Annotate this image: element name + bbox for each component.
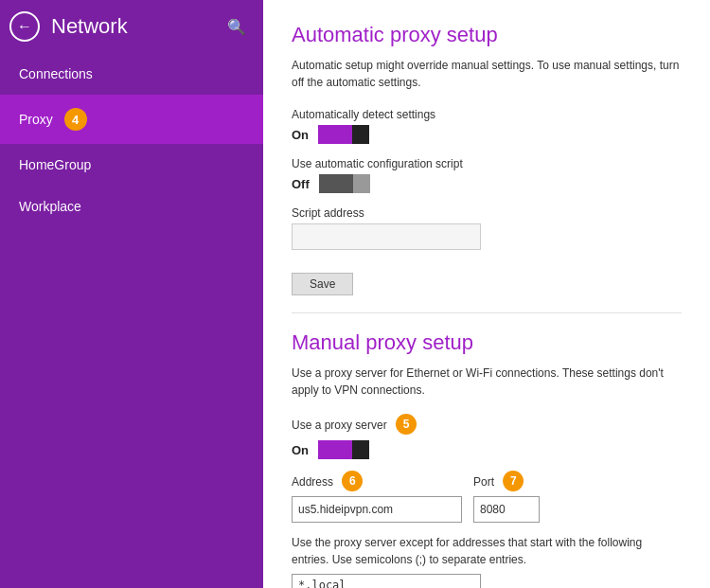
address-input[interactable] bbox=[292, 496, 462, 523]
sidebar: ← Network 🔍 Connections Proxy 4 HomeGrou… bbox=[0, 0, 263, 588]
use-proxy-row: Use a proxy server 5 On bbox=[292, 416, 682, 459]
sidebar-header: ← Network 🔍 bbox=[0, 0, 263, 53]
auto-save-button[interactable]: Save bbox=[292, 273, 353, 295]
detect-toggle-filled bbox=[318, 125, 352, 144]
script-address-row: Script address bbox=[292, 206, 682, 250]
auto-section-title: Automatic proxy setup bbox=[292, 23, 682, 47]
section-divider bbox=[292, 312, 682, 313]
detect-toggle-row: On bbox=[292, 125, 682, 144]
script-address-label: Script address bbox=[292, 206, 682, 220]
sidebar-item-homegroup[interactable]: HomeGroup bbox=[0, 144, 263, 186]
use-proxy-label: Use a proxy server 5 bbox=[292, 416, 682, 437]
use-proxy-value: On bbox=[292, 443, 309, 457]
proxy-badge: 4 bbox=[64, 108, 87, 131]
detect-toggle-track bbox=[318, 125, 369, 144]
config-toggle-filled bbox=[319, 174, 353, 193]
detect-value: On bbox=[292, 128, 309, 142]
address-label: Address 6 bbox=[292, 472, 462, 493]
address-field-group: Address 6 bbox=[292, 472, 462, 523]
sidebar-title: Network bbox=[51, 14, 223, 39]
detect-toggle-thumb bbox=[352, 125, 369, 144]
use-proxy-toggle-track bbox=[318, 440, 369, 459]
use-proxy-badge: 5 bbox=[396, 414, 417, 435]
detect-settings-row: Automatically detect settings On bbox=[292, 108, 682, 144]
port-input[interactable] bbox=[473, 496, 540, 523]
use-proxy-toggle-filled bbox=[318, 440, 352, 459]
config-script-row: Use automatic configuration script Off bbox=[292, 157, 682, 193]
detect-settings-label: Automatically detect settings bbox=[292, 108, 682, 121]
auto-proxy-section: Automatic proxy setup Automatic setup mi… bbox=[292, 23, 682, 295]
script-address-input[interactable] bbox=[292, 223, 481, 250]
port-label: Port 7 bbox=[473, 472, 540, 493]
config-toggle-track bbox=[319, 174, 370, 193]
exceptions-textarea[interactable]: *.local bbox=[292, 574, 481, 588]
sidebar-item-proxy[interactable]: Proxy 4 bbox=[0, 95, 263, 144]
use-proxy-toggle-row: On bbox=[292, 440, 682, 459]
port-field-group: Port 7 bbox=[473, 472, 540, 523]
sidebar-item-workplace[interactable]: Workplace bbox=[0, 186, 263, 227]
search-icon: 🔍 bbox=[227, 18, 246, 36]
main-content: Automatic proxy setup Automatic setup mi… bbox=[263, 0, 710, 588]
use-proxy-toggle-thumb bbox=[352, 440, 369, 459]
config-toggle-row: Off bbox=[292, 174, 682, 193]
config-toggle[interactable] bbox=[319, 174, 370, 193]
config-value: Off bbox=[292, 177, 310, 191]
back-button[interactable]: ← bbox=[9, 11, 40, 42]
detect-toggle[interactable] bbox=[318, 125, 369, 144]
use-proxy-toggle[interactable] bbox=[318, 440, 369, 459]
address-badge: 6 bbox=[342, 471, 363, 491]
exceptions-desc: Use the proxy server except for addresse… bbox=[292, 534, 682, 568]
manual-section-title: Manual proxy setup bbox=[292, 330, 682, 355]
manual-section-desc: Use a proxy server for Ethernet or Wi-Fi… bbox=[292, 365, 682, 399]
manual-proxy-section: Manual proxy setup Use a proxy server fo… bbox=[292, 330, 682, 588]
address-port-row: Address 6 Port 7 bbox=[292, 472, 682, 523]
port-badge: 7 bbox=[503, 471, 524, 491]
config-toggle-thumb bbox=[353, 174, 370, 193]
config-script-label: Use automatic configuration script bbox=[292, 157, 682, 170]
search-button[interactable]: 🔍 bbox=[223, 13, 250, 40]
auto-section-desc: Automatic setup might override manual se… bbox=[292, 57, 682, 91]
sidebar-item-connections[interactable]: Connections bbox=[0, 53, 263, 95]
